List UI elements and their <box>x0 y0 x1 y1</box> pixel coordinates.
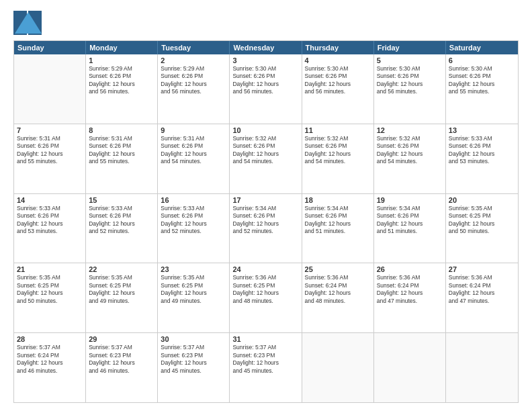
weekday-header-thursday: Thursday <box>302 41 374 54</box>
day-number: 17 <box>232 196 298 204</box>
calendar-day-30: 30Sunrise: 5:37 AM Sunset: 6:23 PM Dayli… <box>158 333 230 402</box>
calendar-day-20: 20Sunrise: 5:35 AM Sunset: 6:25 PM Dayli… <box>446 194 518 263</box>
calendar-day-9: 9Sunrise: 5:31 AM Sunset: 6:26 PM Daylig… <box>158 124 230 193</box>
weekday-header-wednesday: Wednesday <box>230 41 302 54</box>
day-number: 30 <box>161 335 226 343</box>
calendar-row-3: 14Sunrise: 5:33 AM Sunset: 6:26 PM Dayli… <box>14 193 518 263</box>
day-info: Sunrise: 5:35 AM Sunset: 6:25 PM Dayligh… <box>89 274 154 305</box>
day-info: Sunrise: 5:30 AM Sunset: 6:26 PM Dayligh… <box>305 65 371 96</box>
day-info: Sunrise: 5:31 AM Sunset: 6:26 PM Dayligh… <box>17 135 83 166</box>
day-number: 8 <box>89 126 154 134</box>
day-number: 6 <box>449 56 515 64</box>
day-info: Sunrise: 5:35 AM Sunset: 6:25 PM Dayligh… <box>17 274 83 305</box>
day-number: 19 <box>377 196 443 204</box>
day-number: 16 <box>161 196 226 204</box>
day-info: Sunrise: 5:29 AM Sunset: 6:26 PM Dayligh… <box>161 65 226 96</box>
calendar-day-7: 7Sunrise: 5:31 AM Sunset: 6:26 PM Daylig… <box>14 124 86 193</box>
day-info: Sunrise: 5:36 AM Sunset: 6:24 PM Dayligh… <box>377 274 443 305</box>
calendar-day-13: 13Sunrise: 5:33 AM Sunset: 6:26 PM Dayli… <box>446 124 518 193</box>
day-info: Sunrise: 5:33 AM Sunset: 6:26 PM Dayligh… <box>449 135 515 166</box>
day-info: Sunrise: 5:37 AM Sunset: 6:24 PM Dayligh… <box>17 344 83 375</box>
weekday-header-friday: Friday <box>374 41 446 54</box>
day-number: 11 <box>305 126 371 134</box>
calendar-empty-cell <box>374 333 446 402</box>
day-number: 14 <box>17 196 83 204</box>
calendar-day-1: 1Sunrise: 5:29 AM Sunset: 6:26 PM Daylig… <box>86 54 158 124</box>
calendar-day-16: 16Sunrise: 5:33 AM Sunset: 6:26 PM Dayli… <box>158 194 230 263</box>
calendar-day-18: 18Sunrise: 5:34 AM Sunset: 6:26 PM Dayli… <box>302 194 374 263</box>
calendar-day-8: 8Sunrise: 5:31 AM Sunset: 6:26 PM Daylig… <box>86 124 158 193</box>
weekday-header-sunday: Sunday <box>14 41 86 54</box>
day-info: Sunrise: 5:30 AM Sunset: 6:26 PM Dayligh… <box>449 65 515 96</box>
day-info: Sunrise: 5:30 AM Sunset: 6:26 PM Dayligh… <box>232 65 298 96</box>
day-number: 12 <box>377 126 443 134</box>
day-info: Sunrise: 5:36 AM Sunset: 6:24 PM Dayligh… <box>305 274 371 305</box>
calendar-day-31: 31Sunrise: 5:37 AM Sunset: 6:23 PM Dayli… <box>230 333 302 402</box>
calendar-day-17: 17Sunrise: 5:34 AM Sunset: 6:26 PM Dayli… <box>230 194 302 263</box>
day-info: Sunrise: 5:35 AM Sunset: 6:25 PM Dayligh… <box>449 205 515 236</box>
calendar-day-24: 24Sunrise: 5:36 AM Sunset: 6:25 PM Dayli… <box>230 263 302 332</box>
day-info: Sunrise: 5:33 AM Sunset: 6:26 PM Dayligh… <box>17 205 83 236</box>
day-number: 24 <box>232 265 298 273</box>
day-info: Sunrise: 5:33 AM Sunset: 6:26 PM Dayligh… <box>89 205 154 236</box>
day-number: 20 <box>449 196 515 204</box>
weekday-header-monday: Monday <box>86 41 158 54</box>
day-number: 31 <box>232 335 298 343</box>
day-info: Sunrise: 5:36 AM Sunset: 6:25 PM Dayligh… <box>232 274 298 305</box>
day-number: 4 <box>305 56 371 64</box>
weekday-header-tuesday: Tuesday <box>158 41 230 54</box>
day-number: 2 <box>161 56 226 64</box>
calendar-day-15: 15Sunrise: 5:33 AM Sunset: 6:26 PM Dayli… <box>86 194 158 263</box>
day-number: 3 <box>232 56 298 64</box>
day-number: 13 <box>449 126 515 134</box>
day-info: Sunrise: 5:34 AM Sunset: 6:26 PM Dayligh… <box>232 205 298 236</box>
calendar-day-4: 4Sunrise: 5:30 AM Sunset: 6:26 PM Daylig… <box>302 54 374 124</box>
day-info: Sunrise: 5:35 AM Sunset: 6:25 PM Dayligh… <box>161 274 226 305</box>
calendar-empty-cell <box>14 54 86 124</box>
day-info: Sunrise: 5:31 AM Sunset: 6:26 PM Dayligh… <box>161 135 226 166</box>
calendar-empty-cell <box>446 333 518 402</box>
day-number: 15 <box>89 196 154 204</box>
calendar-day-19: 19Sunrise: 5:34 AM Sunset: 6:26 PM Dayli… <box>374 194 446 263</box>
calendar-day-23: 23Sunrise: 5:35 AM Sunset: 6:25 PM Dayli… <box>158 263 230 332</box>
page: SundayMondayTuesdayWednesdayThursdayFrid… <box>0 0 532 411</box>
day-info: Sunrise: 5:34 AM Sunset: 6:26 PM Dayligh… <box>305 205 371 236</box>
calendar-day-12: 12Sunrise: 5:32 AM Sunset: 6:26 PM Dayli… <box>374 124 446 193</box>
calendar-day-28: 28Sunrise: 5:37 AM Sunset: 6:24 PM Dayli… <box>14 333 86 402</box>
logo-icon <box>13 11 43 35</box>
calendar-row-4: 21Sunrise: 5:35 AM Sunset: 6:25 PM Dayli… <box>14 263 518 332</box>
calendar-day-21: 21Sunrise: 5:35 AM Sunset: 6:25 PM Dayli… <box>14 263 86 332</box>
day-info: Sunrise: 5:33 AM Sunset: 6:26 PM Dayligh… <box>161 205 226 236</box>
day-number: 26 <box>377 265 443 273</box>
day-number: 23 <box>161 265 226 273</box>
calendar-day-26: 26Sunrise: 5:36 AM Sunset: 6:24 PM Dayli… <box>374 263 446 332</box>
logo <box>13 11 46 35</box>
calendar-day-25: 25Sunrise: 5:36 AM Sunset: 6:24 PM Dayli… <box>302 263 374 332</box>
day-number: 22 <box>89 265 154 273</box>
calendar-day-10: 10Sunrise: 5:32 AM Sunset: 6:26 PM Dayli… <box>230 124 302 193</box>
day-info: Sunrise: 5:32 AM Sunset: 6:26 PM Dayligh… <box>377 135 443 166</box>
day-number: 5 <box>377 56 443 64</box>
calendar-day-11: 11Sunrise: 5:32 AM Sunset: 6:26 PM Dayli… <box>302 124 374 193</box>
calendar-empty-cell <box>302 333 374 402</box>
day-number: 1 <box>89 56 154 64</box>
calendar: SundayMondayTuesdayWednesdayThursdayFrid… <box>13 40 519 403</box>
calendar-row-1: 1Sunrise: 5:29 AM Sunset: 6:26 PM Daylig… <box>14 54 518 124</box>
day-number: 27 <box>449 265 515 273</box>
calendar-day-29: 29Sunrise: 5:37 AM Sunset: 6:23 PM Dayli… <box>86 333 158 402</box>
day-number: 10 <box>232 126 298 134</box>
day-number: 9 <box>161 126 226 134</box>
calendar-day-6: 6Sunrise: 5:30 AM Sunset: 6:26 PM Daylig… <box>446 54 518 124</box>
calendar-day-27: 27Sunrise: 5:36 AM Sunset: 6:24 PM Dayli… <box>446 263 518 332</box>
day-info: Sunrise: 5:29 AM Sunset: 6:26 PM Dayligh… <box>89 65 154 96</box>
day-info: Sunrise: 5:37 AM Sunset: 6:23 PM Dayligh… <box>161 344 226 375</box>
calendar-row-2: 7Sunrise: 5:31 AM Sunset: 6:26 PM Daylig… <box>14 124 518 193</box>
day-number: 18 <box>305 196 371 204</box>
calendar-day-14: 14Sunrise: 5:33 AM Sunset: 6:26 PM Dayli… <box>14 194 86 263</box>
day-info: Sunrise: 5:30 AM Sunset: 6:26 PM Dayligh… <box>377 65 443 96</box>
day-info: Sunrise: 5:36 AM Sunset: 6:24 PM Dayligh… <box>449 274 515 305</box>
day-number: 28 <box>17 335 83 343</box>
day-number: 21 <box>17 265 83 273</box>
day-info: Sunrise: 5:34 AM Sunset: 6:26 PM Dayligh… <box>377 205 443 236</box>
day-number: 25 <box>305 265 371 273</box>
